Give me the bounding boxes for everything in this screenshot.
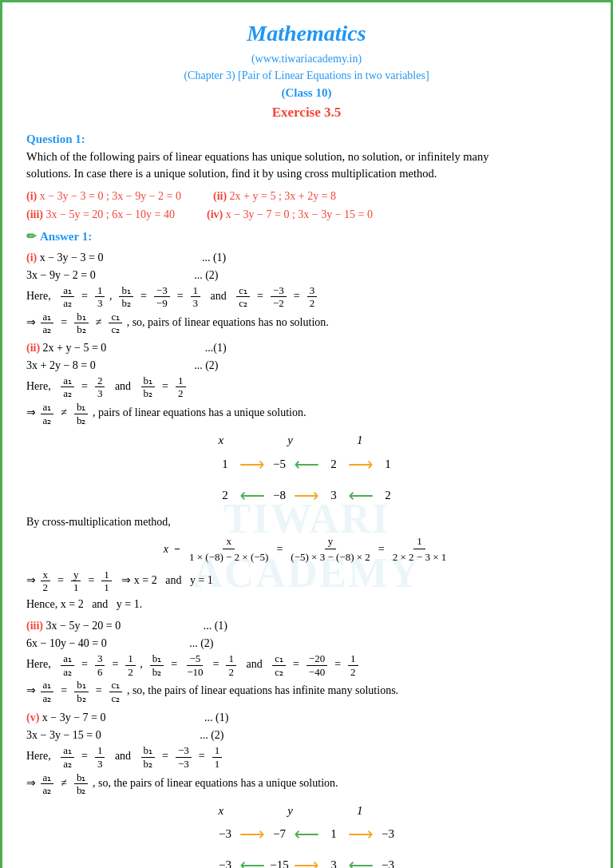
green-arrow-v-3: ⟶ [239,852,265,868]
page: TIWARIACADEMY Mathematics (www.tiwariaca… [0,0,613,868]
solution-ii: (ii) 2x + y − 5 = 0 ...(1) 3x + 2y − 8 =… [26,339,587,426]
page-title: Mathematics [26,17,587,50]
green-arrow-v-1: ⟶ [294,821,319,847]
orange-arrow-ii-1: ⟶ [239,451,265,478]
eq-ii: (ii) 2x + y = 5 ; 3x + 2y = 8 [213,188,336,204]
equation-rows-2: (iii) 3x − 5y = 20 ; 6x − 10y = 40 (iv) … [26,206,587,223]
answer-label: ✏ Answer 1: [26,228,587,246]
solution-iii: (iii) 3x − 5y − 20 = 0 ... (1) 6x − 10y … [26,617,587,704]
cross-diagram-ii: x y 1 1 ⟶ −5 ⟶ 2 ⟶ 1 2 ⟶ −8 [26,431,587,509]
header: Mathematics (www.tiwariacademy.in) (Chap… [26,17,587,122]
orange-arrow-v-4: ⟶ [294,852,319,868]
green-arrow-ii-1: ⟶ [294,451,319,478]
cross-diagram-v: x y 1 −3 ⟶ −7 ⟶ 1 ⟶ −3 −3 ⟶ −15 ⟶ [26,802,587,868]
result-ii: ⇒ x2 = y1 = 11 ⇒ x = 2 and y = 1 [26,569,587,594]
question-text1: Which of the following pairs of linear e… [26,149,587,184]
chapter-label: (Chapter 3) [Pair of Linear Equations in… [26,67,587,84]
green-arrow-v-5: ⟶ [348,852,374,868]
orange-arrow-ii-4: ⟶ [294,482,319,509]
by-cross-ii: By cross-multiplication method, [26,513,587,530]
website-subtitle: (www.tiwariacademy.in) [26,50,587,67]
solution-iv: (v) x − 3y − 7 = 0 ... (1) 3x − 3y − 15 … [26,709,587,796]
orange-arrow-v-2: ⟶ [348,821,374,847]
hence-ii: Hence, x = 2 and y = 1. [26,596,587,612]
eq-iii: (iii) 3x − 5y = 20 ; 6x − 10y = 40 [26,206,175,223]
question-label: Question 1: [26,130,587,149]
green-arrow-ii-3: ⟶ [239,482,265,509]
green-arrow-ii-5: ⟶ [348,482,374,509]
orange-arrow-ii-2: ⟶ [348,451,374,478]
formula-ii: x x 1 × (−8) − 2 × (−5) = y (−5) × 3 − (… [26,533,587,565]
orange-arrow-v-1: ⟶ [239,821,265,847]
solution-i: (i) x − 3y − 3 = 0 ... (1) 3x − 9y − 2 =… [26,249,587,336]
eq-i: (i) x − 3y − 3 = 0 ; 3x − 9y − 2 = 0 [26,188,181,204]
exercise-label: Exercise 3.5 [26,102,587,123]
class-label: (Class 10) [26,84,587,102]
pencil-icon: ✏ [26,228,37,246]
equation-rows: (i) x − 3y − 3 = 0 ; 3x − 9y − 2 = 0 (ii… [26,188,587,204]
eq-iv: (iv) x − 3y − 7 = 0 ; 3x − 3y − 15 = 0 [207,206,373,223]
